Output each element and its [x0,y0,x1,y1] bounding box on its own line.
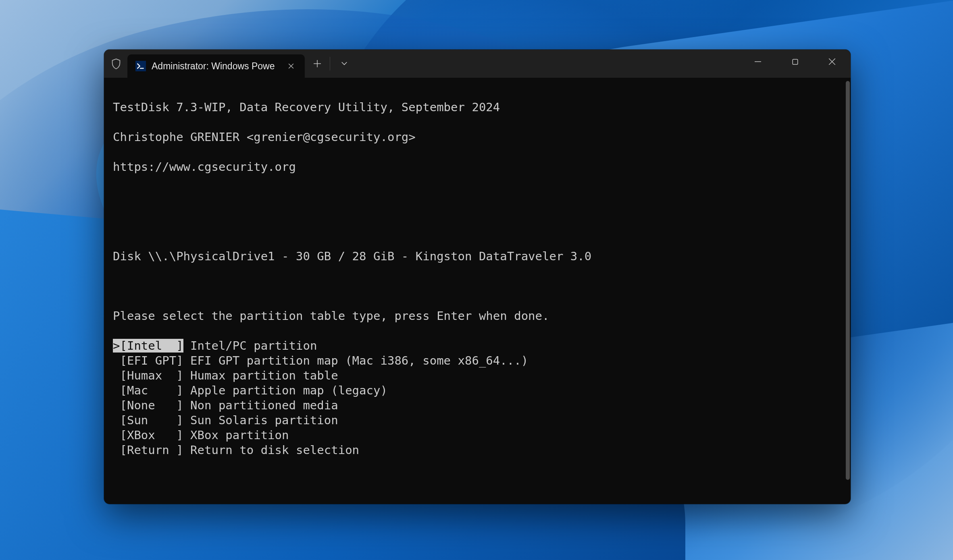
tab-dropdown-button[interactable] [333,53,355,75]
header-line-3: https://www.cgsecurity.org [113,160,842,174]
blank-line [113,279,842,294]
terminal-content[interactable]: TestDisk 7.3-WIP, Data Recovery Utility,… [104,78,851,504]
tab-title: Administrator: Windows Powe [152,61,279,72]
close-button[interactable] [814,50,851,74]
partition-option-row[interactable]: [XBox ] XBox partition [113,428,842,443]
option-description: Intel/PC partition [183,339,317,353]
blank-line [113,219,842,234]
partition-option-row[interactable]: [Return ] Return to disk selection [113,443,842,458]
header-line-1: TestDisk 7.3-WIP, Data Recovery Utility,… [113,100,842,115]
prompt-line: Please select the partition table type, … [113,309,842,324]
partition-option-row[interactable]: >[Intel ] Intel/PC partition [113,338,842,353]
partition-option-row[interactable]: [Humax ] Humax partition table [113,368,842,383]
blank-line [113,473,842,487]
minimize-button[interactable] [739,50,776,74]
tab-close-button[interactable] [285,60,298,73]
terminal-tab[interactable]: Administrator: Windows Powe [127,54,305,78]
blank-line [113,189,842,204]
titlebar-divider [330,57,330,71]
partition-option-row[interactable]: [EFI GPT] EFI GPT partition map (Mac i38… [113,353,842,368]
blank-line [113,502,842,504]
svg-rect-0 [793,59,798,64]
partition-option-row[interactable]: [None ] Non partitioned media [113,398,842,413]
titlebar: Administrator: Windows Powe [104,50,851,78]
partition-option-row[interactable]: [Sun ] Sun Solaris partition [113,413,842,428]
shield-icon [110,58,122,69]
partition-option-row[interactable]: [Mac ] Apple partition map (legacy) [113,383,842,398]
new-tab-button[interactable] [306,53,328,75]
selected-option-label: >[Intel ] [113,339,183,353]
maximize-button[interactable] [776,50,814,74]
header-line-2: Christophe GRENIER <grenier@cgsecurity.o… [113,130,842,145]
powershell-icon [135,61,146,71]
terminal-window: Administrator: Windows Powe [104,50,851,504]
disk-info-line: Disk \\.\PhysicalDrive1 - 30 GB / 28 GiB… [113,249,842,264]
scrollbar-thumb[interactable] [846,81,850,480]
